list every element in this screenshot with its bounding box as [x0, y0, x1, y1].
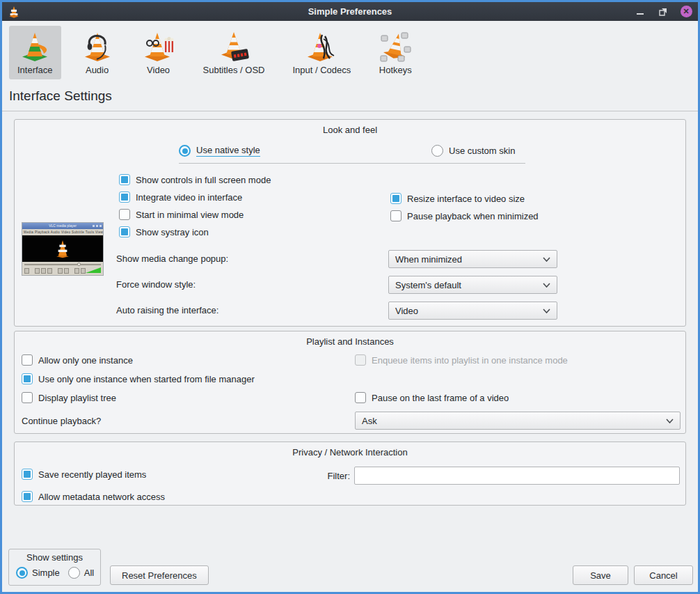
tab-audio[interactable]: Audio	[72, 26, 122, 79]
hotkeys-icon	[379, 29, 412, 63]
group-privacy-network: Privacy / Network Interaction Save recen…	[14, 441, 686, 506]
preview-video-area	[22, 235, 103, 262]
tab-video[interactable]: Video	[134, 26, 184, 79]
checkbox-pause-when-minimized[interactable]: Pause playback when minimized	[390, 210, 539, 221]
tab-hotkeys-label: Hotkeys	[379, 65, 412, 75]
checkbox-label: Pause playback when minimized	[407, 211, 539, 221]
checkbox-label: Show controls in full screen mode	[136, 175, 271, 185]
filter-input[interactable]	[354, 467, 680, 485]
checkbox-start-minimal-view[interactable]: Start in minimal view mode	[119, 209, 271, 220]
preferences-toolbar: Interface Audio	[2, 21, 698, 83]
label-force-window-style: Force window style:	[116, 279, 196, 290]
checkbox-enqueue-one-instance: Enqueue items into playlist in one insta…	[355, 354, 568, 366]
checkbox-label: Integrate video in interface	[136, 192, 242, 203]
restore-icon	[659, 8, 667, 16]
preview-controls	[22, 267, 103, 275]
audio-icon	[81, 29, 114, 63]
checkbox-box	[119, 209, 130, 220]
checkbox-save-recent-items[interactable]: Save recently played items	[22, 469, 146, 480]
interface-icon	[18, 29, 51, 63]
chevron-down-icon	[666, 419, 674, 423]
checkbox-label: Enqueue items into playlist in one insta…	[372, 355, 568, 366]
vlc-app-icon	[8, 6, 20, 18]
chevron-down-icon	[543, 308, 550, 313]
radio-show-all[interactable]: All	[68, 567, 94, 579]
select-value: When minimized	[395, 254, 462, 265]
interface-preview-image: VLC media player Media Playback Audio Vi…	[22, 222, 104, 276]
save-button[interactable]: Save	[573, 565, 628, 585]
preview-window-buttons	[93, 225, 102, 228]
checkbox-box	[119, 226, 130, 237]
checkbox-box	[390, 193, 401, 204]
checkbox-box	[119, 192, 130, 203]
checkbox-label: Pause on the last frame of a video	[372, 393, 509, 403]
restore-button[interactable]	[657, 6, 669, 18]
close-button[interactable]: ✕	[680, 6, 692, 18]
subtitles-osd-icon	[217, 29, 250, 63]
titlebar[interactable]: Simple Preferences ✕	[2, 2, 698, 21]
tab-input-codecs[interactable]: Input / Codecs	[284, 26, 359, 79]
checkbox-pause-last-frame[interactable]: Pause on the last frame of a video	[355, 392, 509, 403]
chevron-down-icon	[543, 257, 550, 262]
checkbox-box	[355, 392, 366, 403]
label-auto-raising: Auto raising the interface:	[116, 305, 218, 315]
tab-hotkeys[interactable]: Hotkeys	[370, 26, 420, 79]
select-continue-playback[interactable]: Ask	[355, 412, 681, 430]
tab-input-codecs-label: Input / Codecs	[292, 65, 351, 75]
checkbox-box	[22, 392, 33, 403]
checkbox-show-controls-fullscreen[interactable]: Show controls in full screen mode	[119, 174, 271, 185]
checkbox-one-instance-file-manager[interactable]: Use only one instance when started from …	[22, 373, 255, 384]
group-privacy-title: Privacy / Network Interaction	[15, 447, 685, 458]
radio-show-simple[interactable]: Simple	[16, 567, 60, 579]
checkbox-label: Show systray icon	[136, 227, 209, 237]
group-playlist-instances: Playlist and Instances Allow only one in…	[14, 331, 686, 434]
checkbox-metadata-network-access[interactable]: Allow metadata network access	[22, 491, 165, 502]
select-show-media-popup[interactable]: When minimized	[388, 250, 557, 268]
preview-titlebar: VLC media player	[22, 223, 103, 229]
cancel-button[interactable]: Cancel	[634, 565, 693, 585]
tab-subtitles-osd[interactable]: Subtitles / OSD	[195, 26, 273, 79]
radio-circle	[68, 567, 80, 579]
checkbox-label: Save recently played items	[38, 469, 146, 480]
video-icon	[142, 29, 175, 63]
checkbox-box	[22, 354, 33, 366]
select-force-window-style[interactable]: System's default	[388, 276, 557, 294]
minimize-button[interactable]	[634, 6, 646, 18]
label-filter: Filter:	[317, 471, 350, 481]
checkbox-allow-one-instance[interactable]: Allow only one instance	[22, 354, 133, 366]
settings-content: Look and feel Use native style Use custo…	[2, 111, 698, 592]
tab-audio-label: Audio	[86, 65, 109, 75]
checkbox-show-systray-icon[interactable]: Show systray icon	[119, 226, 271, 237]
radio-use-custom-skin[interactable]: Use custom skin	[431, 145, 515, 157]
checkbox-label: Allow only one instance	[38, 355, 133, 366]
lf-checks-left: Show controls in full screen mode Integr…	[119, 174, 271, 237]
radio-use-native-style[interactable]: Use native style	[179, 145, 260, 157]
radio-circle	[16, 567, 28, 579]
group-playlist-title: Playlist and Instances	[15, 336, 685, 347]
close-icon: ✕	[681, 6, 692, 17]
lf-checks-right: Resize interface to video size Pause pla…	[390, 193, 539, 221]
reset-preferences-button[interactable]: Reset Preferences	[110, 565, 209, 585]
checkbox-resize-interface[interactable]: Resize interface to video size	[390, 193, 539, 204]
radio-circle	[431, 145, 443, 157]
radio-use-native-style-label: Use native style	[196, 145, 260, 157]
checkbox-integrate-video[interactable]: Integrate video in interface	[119, 192, 271, 203]
select-auto-raising[interactable]: Video	[388, 302, 557, 320]
radio-show-simple-label: Simple	[32, 568, 60, 578]
show-settings-title: Show settings	[9, 549, 100, 563]
window-title: Simple Preferences	[2, 6, 698, 17]
preview-volume	[86, 267, 101, 273]
simple-preferences-window: Simple Preferences ✕	[0, 0, 700, 594]
checkbox-box	[22, 469, 33, 480]
group-look-and-feel: Look and feel Use native style Use custo…	[14, 119, 686, 327]
radio-use-custom-skin-label: Use custom skin	[449, 146, 515, 156]
show-settings-group: Show settings Simple All	[8, 549, 101, 586]
radio-show-all-label: All	[84, 568, 94, 578]
select-value: System's default	[395, 280, 461, 290]
checkbox-display-playlist-tree[interactable]: Display playlist tree	[22, 392, 116, 403]
tab-interface-label: Interface	[17, 65, 53, 75]
label-continue-playback: Continue playback?	[22, 416, 101, 426]
radio-row-divider	[179, 163, 525, 164]
input-codecs-icon	[305, 29, 338, 63]
tab-interface[interactable]: Interface	[9, 26, 61, 79]
